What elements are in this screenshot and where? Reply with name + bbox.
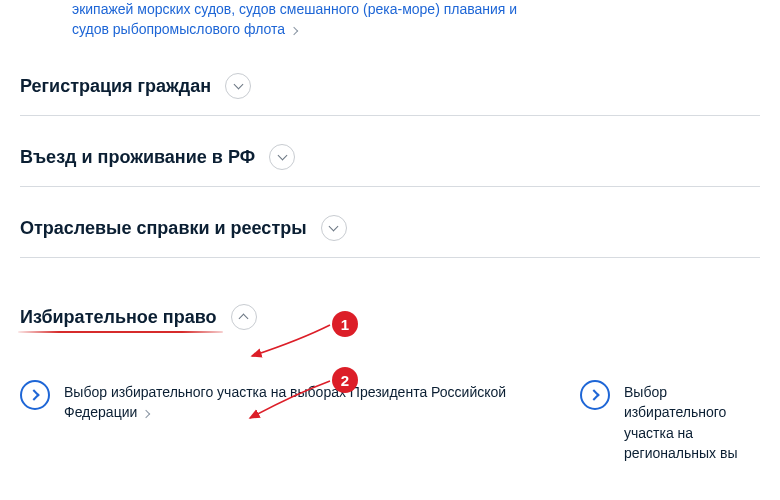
- toggle-registries[interactable]: [321, 215, 347, 241]
- section-registration: Регистрация граждан: [20, 45, 760, 116]
- section-entry: Въезд и проживание в РФ: [20, 116, 760, 187]
- section-registration-header[interactable]: Регистрация граждан: [20, 73, 760, 99]
- section-electoral-title: Избирательное право: [20, 307, 217, 328]
- section-registries-header[interactable]: Отраслевые справки и реестры: [20, 215, 760, 241]
- chevron-up-icon: [239, 314, 249, 324]
- section-registration-title: Регистрация граждан: [20, 76, 211, 97]
- annotation-badge-2: 2: [332, 367, 358, 393]
- top-partial-link[interactable]: экипажей морских судов, судов смешанного…: [0, 0, 560, 45]
- section-registries: Отраслевые справки и реестры: [20, 187, 760, 258]
- chevron-down-icon: [233, 80, 243, 90]
- electoral-item-regional[interactable]: Выбор избирательного участка на регионал…: [580, 380, 760, 463]
- electoral-item-regional-text: Выбор избирательного участка на регионал…: [624, 380, 760, 463]
- annotation-badge-1: 1: [332, 311, 358, 337]
- section-entry-title: Въезд и проживание в РФ: [20, 147, 255, 168]
- chevron-down-icon: [329, 222, 339, 232]
- chevron-right-icon: [290, 26, 298, 34]
- circle-chevron-icon: [20, 380, 50, 410]
- toggle-entry[interactable]: [269, 144, 295, 170]
- electoral-item-president-text: Выбор избирательного участка на выборах …: [64, 384, 506, 420]
- circle-chevron-icon: [580, 380, 610, 410]
- section-electoral: Избирательное право: [20, 258, 760, 346]
- toggle-registration[interactable]: [225, 73, 251, 99]
- chevron-right-icon: [142, 410, 150, 418]
- section-registries-title: Отраслевые справки и реестры: [20, 218, 307, 239]
- section-electoral-header[interactable]: Избирательное право: [20, 304, 760, 330]
- chevron-down-icon: [277, 151, 287, 161]
- electoral-item-president[interactable]: Выбор избирательного участка на выборах …: [20, 380, 520, 463]
- toggle-electoral[interactable]: [231, 304, 257, 330]
- top-link-text-line2: судов рыбопромыслового флота: [72, 21, 285, 37]
- top-link-text-line1: экипажей морских судов, судов смешанного…: [72, 1, 517, 17]
- electoral-items-row: Выбор избирательного участка на выборах …: [0, 346, 780, 463]
- section-entry-header[interactable]: Въезд и проживание в РФ: [20, 144, 760, 170]
